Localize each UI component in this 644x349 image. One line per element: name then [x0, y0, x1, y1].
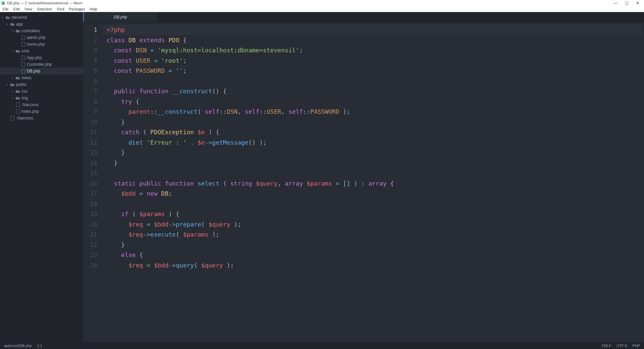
- line-number[interactable]: 15: [83, 168, 97, 179]
- status-path[interactable]: app\core\DB.php: [4, 344, 32, 348]
- token: string: [230, 180, 252, 187]
- project-tree[interactable]: ▾stevensil▾app▾controllersadmin.phphome.…: [0, 12, 83, 342]
- line-number[interactable]: 18: [83, 199, 97, 209]
- tree-file-admin-php[interactable]: admin.php: [0, 34, 83, 41]
- disclosure-arrow-icon[interactable]: ▾: [7, 23, 10, 26]
- code-line[interactable]: parent::__construct( self::DSN, self::US…: [107, 107, 644, 117]
- code-line[interactable]: <?php: [103, 25, 641, 35]
- line-number[interactable]: 17: [83, 189, 97, 199]
- code-line[interactable]: $req->execute( $params );: [107, 230, 644, 240]
- code-line[interactable]: [107, 76, 644, 87]
- token: $bdd: [121, 190, 136, 197]
- tree-file-index-php[interactable]: index.php: [0, 108, 83, 115]
- code-line[interactable]: static public function select ( string $…: [107, 179, 644, 189]
- line-number[interactable]: 6: [83, 76, 97, 87]
- line-number[interactable]: 4: [83, 56, 97, 66]
- code-line[interactable]: public function __construct() {: [107, 86, 644, 97]
- line-number[interactable]: 23: [83, 250, 97, 260]
- line-number[interactable]: 12: [83, 138, 97, 148]
- code-line[interactable]: const PASSWORD = '';: [107, 66, 644, 76]
- disclosure-arrow-icon[interactable]: ▸: [12, 77, 15, 80]
- tree-folder-app[interactable]: ▾app: [0, 21, 83, 28]
- tree-file-db-php[interactable]: DB.php: [0, 68, 83, 74]
- menu-edit[interactable]: Edit: [13, 7, 20, 11]
- folder-icon: [5, 15, 10, 19]
- line-number[interactable]: 7: [83, 86, 97, 97]
- disclosure-arrow-icon[interactable]: ▸: [12, 90, 15, 93]
- code-line[interactable]: if ( $params ) {: [107, 209, 644, 219]
- code-line[interactable]: const DSN = 'mysql:host=localhost;dbname…: [107, 45, 644, 56]
- code-line[interactable]: const USER = 'root';: [107, 56, 644, 66]
- code-line[interactable]: $req = $bdd->prepare( $query );: [107, 219, 644, 230]
- tree-file--htaccess[interactable]: .htaccess: [0, 101, 83, 108]
- code-line[interactable]: [107, 199, 644, 209]
- line-number[interactable]: 1: [83, 25, 97, 35]
- code-line[interactable]: $req = $bdd->query( $query );: [107, 260, 644, 271]
- line-number[interactable]: 22: [83, 240, 97, 250]
- tree-folder-controllers[interactable]: ▾controllers: [0, 28, 83, 34]
- code-line[interactable]: }: [107, 240, 644, 250]
- code-line[interactable]: else {: [107, 250, 644, 260]
- menu-view[interactable]: View: [24, 7, 33, 11]
- tree-folder-img[interactable]: ▸img: [0, 95, 83, 101]
- menu-help[interactable]: Help: [90, 7, 97, 11]
- code-line[interactable]: }: [107, 148, 644, 158]
- tree-folder-stevensil[interactable]: ▾stevensil: [0, 14, 83, 21]
- tree-folder-css[interactable]: ▸css: [0, 88, 83, 95]
- line-number[interactable]: 16: [83, 179, 97, 189]
- code-content[interactable]: <?phpclass DB extends PDO { const DSN = …: [103, 22, 644, 342]
- line-number[interactable]: 2: [83, 35, 97, 46]
- close-button[interactable]: ✕: [636, 1, 639, 5]
- line-number[interactable]: 19: [83, 209, 97, 219]
- menu-packages[interactable]: Packages: [69, 7, 85, 11]
- line-number[interactable]: 21: [83, 230, 97, 240]
- line-number[interactable]: 3: [83, 45, 97, 56]
- token: [107, 251, 121, 258]
- code-line[interactable]: [107, 168, 644, 179]
- token: }: [107, 149, 125, 156]
- disclosure-arrow-icon[interactable]: ▾: [12, 50, 15, 53]
- tree-file-controller-php[interactable]: Controller.php: [0, 61, 83, 68]
- tree-folder-views[interactable]: ▸views: [0, 74, 83, 81]
- line-number[interactable]: 20: [83, 219, 97, 230]
- line-number[interactable]: 9: [83, 107, 97, 117]
- disclosure-arrow-icon[interactable]: ▾: [12, 30, 15, 33]
- line-number[interactable]: 5: [83, 66, 97, 76]
- tree-folder-public[interactable]: ▾public: [0, 81, 83, 88]
- code-line[interactable]: }: [107, 117, 644, 128]
- status-eol[interactable]: CRLF: [601, 344, 611, 348]
- tree-file-app-php[interactable]: App.php: [0, 54, 83, 61]
- token: __construct: [172, 88, 212, 95]
- code-line[interactable]: try {: [107, 97, 644, 107]
- code-area[interactable]: 123456789101112131415161718192021222324 …: [83, 22, 644, 342]
- minimize-button[interactable]: —: [613, 1, 618, 5]
- tree-folder-core[interactable]: ▾core: [0, 48, 83, 54]
- line-number[interactable]: 13: [83, 148, 97, 158]
- code-line[interactable]: $bdd = new DB;: [107, 189, 644, 199]
- status-language[interactable]: PHP: [632, 344, 640, 348]
- token: [132, 67, 136, 74]
- menu-find[interactable]: Find: [57, 7, 64, 11]
- disclosure-arrow-icon[interactable]: ▸: [12, 97, 15, 100]
- menu-selection[interactable]: Selection: [37, 7, 52, 11]
- tree-file-home-php[interactable]: home.php: [0, 41, 83, 48]
- code-line[interactable]: class DB extends PDO {: [107, 35, 644, 46]
- code-line[interactable]: die( 'Erreur : ' . $e->getMessage() );: [107, 138, 644, 148]
- maximize-button[interactable]: ▢: [625, 1, 629, 5]
- line-number[interactable]: 8: [83, 97, 97, 107]
- code-line[interactable]: }: [107, 158, 644, 168]
- tab-db-php[interactable]: DB.php: [83, 12, 157, 22]
- menu-file[interactable]: File: [3, 7, 9, 11]
- code-line[interactable]: catch ( PDOException $e ) {: [107, 127, 644, 138]
- disclosure-arrow-icon[interactable]: ▾: [7, 83, 10, 86]
- line-number[interactable]: 14: [83, 158, 97, 168]
- status-cursor-pos[interactable]: 1:1: [37, 344, 42, 348]
- line-number[interactable]: 11: [83, 127, 97, 138]
- line-number[interactable]: 24: [83, 260, 97, 271]
- token: 'mysql:host=localhost;dbname=stevensil': [158, 47, 300, 54]
- tree-file--htaccess[interactable]: .htaccess: [0, 115, 83, 121]
- line-number[interactable]: 10: [83, 117, 97, 128]
- status-encoding[interactable]: UTF-8: [616, 344, 627, 348]
- disclosure-arrow-icon[interactable]: ▾: [2, 16, 5, 19]
- tree-item-label: views: [21, 76, 32, 80]
